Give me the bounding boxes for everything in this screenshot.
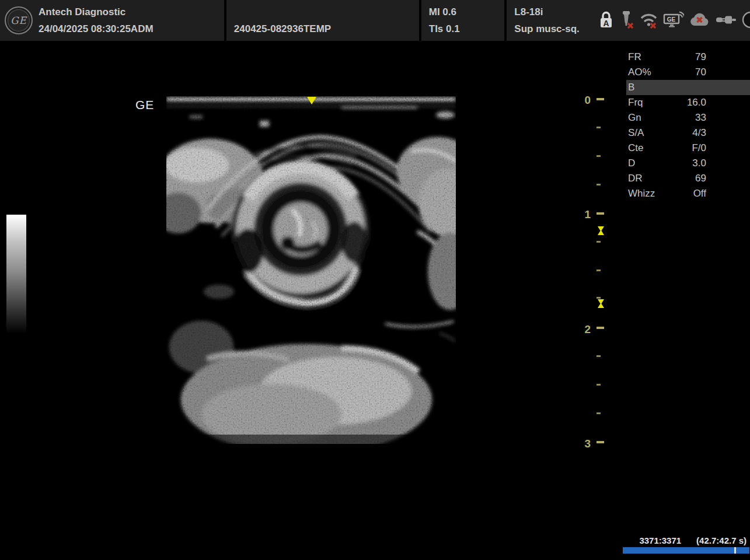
param-label: Whizz	[626, 188, 669, 200]
param-row-d: D 3.0	[626, 156, 750, 171]
ruler-tick-minor	[596, 297, 601, 299]
param-row-gn: Gn 33	[626, 110, 750, 125]
header-patient-section: GE Antech Diagnostic 24/04/2025 08:30:25…	[0, 0, 224, 41]
depth-label-0: 0	[574, 94, 591, 107]
param-value: 33	[669, 112, 706, 124]
param-value: 16.0	[669, 97, 706, 108]
param-label: DR	[626, 173, 669, 184]
header-probe-section: L8-18i Sup musc-sq. A	[507, 0, 750, 41]
param-value: 79	[669, 51, 706, 63]
header-indices-section: MI 0.6 TIs 0.1	[421, 0, 505, 41]
header-exam-section: 240425-082936TEMP	[226, 0, 419, 41]
ruler-tick-minor	[596, 384, 601, 386]
ultrasound-screen: GE Antech Diagnostic 24/04/2025 08:30:25…	[0, 0, 750, 560]
param-label: B	[626, 82, 669, 93]
ruler-tick-major	[596, 212, 604, 215]
param-value: Off	[669, 188, 706, 200]
preset-name: Sup musc-sq.	[514, 24, 579, 34]
power-plug-icon	[716, 13, 737, 26]
ruler-tick-minor	[596, 184, 601, 186]
auto-lock-icon: A	[599, 10, 613, 29]
param-row-whizz: Whizz Off	[626, 186, 750, 201]
image-orientation-label: GE	[135, 98, 154, 112]
exam-id: 240425-082936TEMP	[234, 24, 331, 34]
param-label: S/A	[626, 127, 669, 139]
datetime-operator: 24/04/2025 08:30:25ADM	[39, 24, 154, 34]
header-bar: GE Antech Diagnostic 24/04/2025 08:30:25…	[0, 0, 750, 41]
ruler-tick-minor	[596, 270, 601, 271]
cine-position-marker[interactable]	[734, 547, 736, 554]
ruler-tick-major	[596, 327, 604, 329]
param-value: F/0	[669, 142, 706, 154]
focus-zone-marker-icon[interactable]	[598, 299, 604, 308]
param-value: 70	[669, 66, 706, 78]
param-value: 3.0	[669, 158, 706, 169]
ruler-tick-minor	[596, 412, 601, 414]
wifi-disconnected-icon	[640, 10, 658, 29]
probe-orientation-marker-icon	[307, 97, 316, 104]
ge-remote-service-icon: GE	[663, 11, 684, 28]
param-label: Cte	[626, 142, 669, 154]
b-mode-ultrasound-image	[166, 96, 456, 444]
contrast-icon	[742, 11, 750, 29]
cloud-error-icon	[689, 12, 710, 27]
status-icon-tray: A	[599, 10, 750, 29]
ruler-tick-minor	[596, 127, 601, 128]
ge-logo-icon: GE	[5, 6, 33, 34]
cine-progress-bar[interactable]	[623, 547, 749, 554]
param-value: 4/3	[669, 127, 706, 139]
facility-name: Antech Diagnostic	[39, 7, 154, 17]
param-row-dr: DR 69	[626, 171, 750, 186]
cine-time-counter: (42.7:42.7 s)	[696, 536, 746, 545]
param-row-frq: Frq 16.0	[626, 95, 750, 110]
depth-label-1: 1	[574, 208, 591, 221]
ruler-tick-major	[596, 98, 604, 100]
param-row-cte: Cte F/0	[626, 141, 750, 156]
mi-value: MI 0.6	[429, 7, 460, 17]
param-label: FR	[626, 51, 669, 63]
param-label: Frq	[626, 97, 669, 108]
param-value: 69	[669, 173, 706, 184]
cine-frame-counter: 3371:3371	[639, 536, 681, 545]
ge-logo-text: GE	[11, 15, 27, 26]
probe-name: L8-18i	[514, 7, 579, 17]
probe-disconnected-icon	[619, 10, 634, 29]
ruler-tick-minor	[596, 355, 601, 357]
acquisition-parameters-panel: FR 79 AO% 70 B Frq 16.0 Gn 33 S/A 4/3 Ct…	[626, 50, 750, 201]
param-row-bmode-active: B	[626, 80, 750, 95]
param-row-fr: FR 79	[626, 50, 750, 65]
param-row-sa: S/A 4/3	[626, 125, 750, 141]
param-row-ao: AO% 70	[626, 65, 750, 80]
ti-value: TIs 0.1	[429, 24, 460, 34]
ruler-tick-minor	[596, 241, 601, 243]
grayscale-reference-bar	[6, 215, 26, 334]
svg-text:A: A	[604, 19, 609, 28]
depth-label-2: 2	[574, 323, 591, 336]
depth-label-3: 3	[574, 438, 591, 450]
svg-text:GE: GE	[667, 16, 676, 23]
param-label: Gn	[626, 112, 669, 124]
ruler-tick-minor	[596, 155, 601, 157]
focus-zone-marker-icon[interactable]	[598, 226, 604, 235]
param-label: AO%	[626, 66, 669, 78]
ruler-tick-major	[596, 441, 604, 443]
param-label: D	[626, 158, 669, 169]
cine-status-text: 3371:3371 (42.7:42.7 s)	[623, 536, 746, 545]
